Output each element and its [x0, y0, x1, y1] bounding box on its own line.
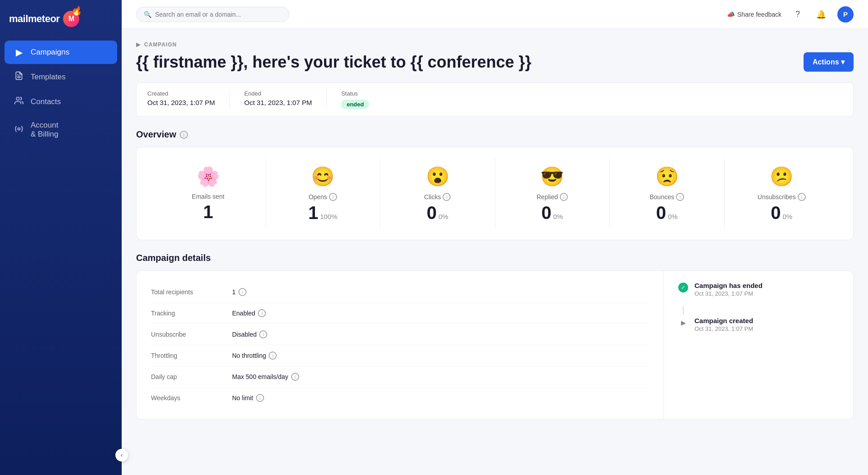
clicks-emoji: 😮 — [384, 165, 491, 187]
unsubscribes-emoji: 😕 — [728, 165, 836, 187]
stat-opens: 😊 Opens i 1 100% — [266, 158, 381, 229]
breadcrumb: ▶ CAMPAIGN — [136, 41, 854, 48]
logo-icon: M 🔥 — [63, 11, 79, 27]
header: 🔍 📣 Share feedback ? 🔔 P — [122, 0, 868, 29]
contacts-icon — [14, 96, 24, 107]
avatar[interactable]: P — [837, 6, 854, 23]
detail-throttling: Throttling No throttling i — [151, 345, 649, 366]
actions-button[interactable]: Actions ▾ — [804, 52, 854, 72]
megaphone-icon: 📣 — [727, 11, 735, 18]
opens-info-icon[interactable]: i — [329, 193, 337, 201]
detail-tracking: Tracking Enabled i — [151, 303, 649, 324]
account-billing-icon — [14, 124, 24, 136]
page-title: {{ firstname }}, here's your ticket to {… — [136, 52, 531, 72]
help-icon[interactable]: ? — [790, 7, 805, 22]
svg-point-2 — [16, 97, 19, 100]
main-area: 🔍 📣 Share feedback ? 🔔 P ▶ CAMPAIGN {{ f… — [122, 0, 868, 475]
sidebar: mailmeteor M 🔥 ▶ Campaigns Templates Con… — [0, 0, 122, 475]
content-area: ▶ CAMPAIGN {{ firstname }}, here's your … — [122, 29, 868, 475]
campaign-meta: Created Oct 31, 2023, 1:07 PM Ended Oct … — [136, 82, 854, 117]
sidebar-nav: ▶ Campaigns Templates Contacts Account& … — [0, 40, 122, 146]
detail-unsubscribe: Unsubscribe Disabled i — [151, 324, 649, 345]
sidebar-collapse-button[interactable]: ‹ — [115, 449, 128, 461]
detail-weekdays: Weekdays No limit i — [151, 388, 649, 408]
share-feedback-button[interactable]: 📣 Share feedback — [727, 11, 781, 18]
unsubscribes-info-icon[interactable]: i — [798, 193, 806, 201]
stat-bounces: 😟 Bounces i 0 0% — [610, 158, 725, 229]
page-title-row: {{ firstname }}, here's your ticket to {… — [136, 52, 854, 72]
replied-emoji: 😎 — [499, 165, 606, 187]
detail-daily-cap: Daily cap Max 500 emails/day i — [151, 366, 649, 388]
sidebar-item-account-billing[interactable]: Account& Billing — [5, 114, 117, 145]
timeline-created-content: Campaign created Oct 31, 2023, 1:07 PM — [694, 317, 753, 332]
stat-emails-sent: 🌸 Emails sent 1 — [151, 158, 266, 229]
overview-section-title: Overview i — [136, 129, 854, 140]
sidebar-item-campaigns[interactable]: ▶ Campaigns — [5, 41, 117, 64]
stat-unsubscribes: 😕 Unsubscribes i 0 0% — [725, 158, 839, 229]
overview-info-icon[interactable]: i — [180, 131, 188, 139]
sidebar-item-templates[interactable]: Templates — [5, 65, 117, 89]
sidebar-item-label-templates: Templates — [31, 73, 65, 82]
stat-clicks: 😮 Clicks i 0 0% — [380, 158, 495, 229]
bounces-info-icon[interactable]: i — [676, 193, 684, 201]
campaigns-icon: ▶ — [14, 47, 24, 58]
throttling-info-icon[interactable]: i — [269, 352, 277, 360]
weekdays-info-icon[interactable]: i — [256, 394, 264, 402]
campaign-details-title: Campaign details — [136, 253, 854, 263]
timeline-line — [683, 306, 684, 315]
search-icon: 🔍 — [144, 11, 151, 18]
overview-card: 🌸 Emails sent 1 😊 Opens i 1 100% — [136, 147, 854, 240]
status-badge: ended — [341, 100, 369, 109]
opens-emoji: 😊 — [270, 165, 377, 187]
breadcrumb-arrow: ▶ — [136, 41, 141, 48]
sidebar-item-label-account-billing: Account& Billing — [31, 121, 58, 139]
logo-text: mailmeteor — [9, 13, 59, 25]
timeline-item-created: ▶ Campaign created Oct 31, 2023, 1:07 PM — [678, 317, 839, 332]
timeline-ended-icon: ✓ — [678, 283, 688, 292]
timeline-created-icon: ▶ — [678, 318, 688, 328]
logo-area: mailmeteor M 🔥 — [0, 0, 122, 40]
search-bar[interactable]: 🔍 — [136, 7, 289, 22]
total-recipients-info-icon[interactable]: i — [238, 288, 247, 296]
meta-ended: Ended Oct 31, 2023, 1:07 PM — [244, 90, 327, 109]
replied-info-icon[interactable]: i — [560, 193, 568, 201]
tracking-info-icon[interactable]: i — [258, 309, 266, 317]
sidebar-item-contacts[interactable]: Contacts — [5, 90, 117, 114]
header-actions: 📣 Share feedback ? 🔔 P — [727, 6, 854, 23]
stat-replied: 😎 Replied i 0 0% — [495, 158, 610, 229]
meta-status: Status ended — [341, 90, 384, 109]
daily-cap-info-icon[interactable]: i — [291, 373, 299, 381]
search-input[interactable] — [155, 11, 282, 18]
notifications-icon[interactable]: 🔔 — [814, 7, 828, 22]
detail-total-recipients: Total recipients 1 i — [151, 282, 649, 303]
templates-icon — [14, 71, 24, 82]
campaign-details-card: Total recipients 1 i Tracking Enabled i … — [136, 270, 854, 420]
emails-sent-emoji: 🌸 — [155, 165, 262, 187]
clicks-info-icon[interactable]: i — [443, 193, 451, 201]
campaign-details-left: Total recipients 1 i Tracking Enabled i … — [137, 271, 664, 419]
svg-point-3 — [18, 128, 20, 130]
campaign-details-right: ✓ Campaign has ended Oct 31, 2023, 1:07 … — [664, 271, 853, 419]
sidebar-item-label-campaigns: Campaigns — [31, 48, 69, 57]
unsubscribe-info-icon[interactable]: i — [259, 330, 267, 338]
bounces-emoji: 😟 — [613, 165, 721, 187]
timeline-item-ended: ✓ Campaign has ended Oct 31, 2023, 1:07 … — [678, 282, 839, 297]
timeline-ended-content: Campaign has ended Oct 31, 2023, 1:07 PM — [694, 282, 763, 297]
meta-created: Created Oct 31, 2023, 1:07 PM — [147, 90, 230, 109]
sidebar-item-label-contacts: Contacts — [31, 97, 61, 106]
